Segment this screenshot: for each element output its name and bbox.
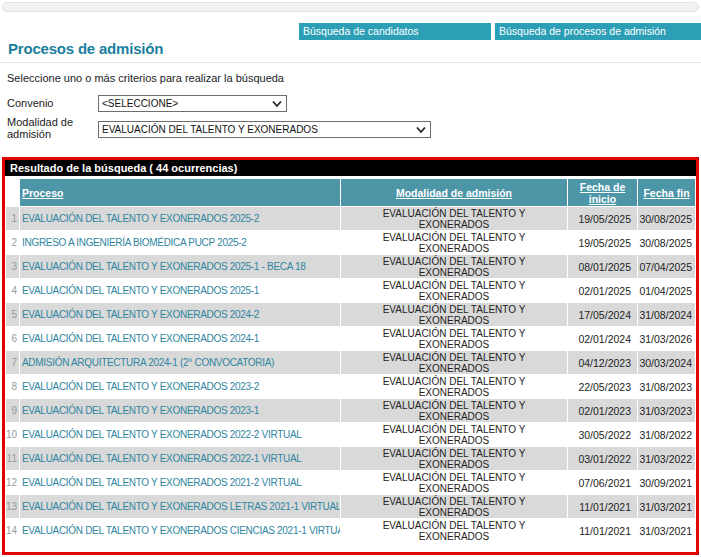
convenio-select[interactable]: <SELECCIONE> (98, 95, 287, 112)
modalidad-label: Modalidad de admisión (7, 116, 87, 140)
row-fecha-fin: 01/04/2025 (638, 279, 695, 302)
header-fecha-fin[interactable]: Fecha fin (638, 179, 695, 206)
row-fecha-inicio: 02/01/2023 (568, 399, 637, 422)
row-fecha-inicio: 11/01/2021 (568, 519, 637, 542)
row-fecha-inicio: 04/12/2023 (568, 351, 637, 374)
table-row: 5EVALUACIÓN DEL TALENTO Y EXONERADOS 202… (6, 303, 695, 326)
row-fecha-fin: 31/03/2021 (638, 519, 695, 542)
row-number: 1 (6, 207, 19, 230)
process-cell: EVALUACIÓN DEL TALENTO Y EXONERADOS 2025… (20, 279, 340, 302)
row-fecha-fin: 30/08/2025 (638, 231, 695, 254)
table-row: 11EVALUACIÓN DEL TALENTO Y EXONERADOS 20… (6, 447, 695, 470)
process-cell: INGRESO A INGENIERÍA BIOMÉDICA PUCP 2025… (20, 231, 340, 254)
convenio-selected-value: <SELECCIONE> (102, 96, 178, 111)
results-table: Proceso Modalidad de admisión Fecha de i… (5, 178, 696, 543)
process-link[interactable]: EVALUACIÓN DEL TALENTO Y EXONERADOS LETR… (22, 501, 340, 512)
table-row: 7ADMISIÓN ARQUITECTURA 2024-1 (2° CONVOC… (6, 351, 695, 374)
row-modalidad: EVALUACIÓN DEL TALENTO Y EXONERADOS (341, 471, 567, 494)
row-fecha-inicio: 19/05/2025 (568, 231, 637, 254)
row-number: 12 (6, 471, 19, 494)
row-modalidad: EVALUACIÓN DEL TALENTO Y EXONERADOS (341, 279, 567, 302)
table-row: 4EVALUACIÓN DEL TALENTO Y EXONERADOS 202… (6, 279, 695, 302)
row-number: 7 (6, 351, 19, 374)
process-link[interactable]: EVALUACIÓN DEL TALENTO Y EXONERADOS CIEN… (22, 525, 340, 536)
table-row: 13EVALUACIÓN DEL TALENTO Y EXONERADOS LE… (6, 495, 695, 518)
table-row: 14EVALUACIÓN DEL TALENTO Y EXONERADOS CI… (6, 519, 695, 542)
row-fecha-fin: 31/03/2021 (638, 495, 695, 518)
table-row: 3EVALUACIÓN DEL TALENTO Y EXONERADOS 202… (6, 255, 695, 278)
process-link[interactable]: EVALUACIÓN DEL TALENTO Y EXONERADOS 2024… (22, 309, 259, 320)
row-number: 13 (6, 495, 19, 518)
process-cell: EVALUACIÓN DEL TALENTO Y EXONERADOS 2023… (20, 375, 340, 398)
process-link[interactable]: EVALUACIÓN DEL TALENTO Y EXONERADOS 2025… (22, 285, 259, 296)
table-header-row: Proceso Modalidad de admisión Fecha de i… (6, 179, 695, 206)
process-cell: EVALUACIÓN DEL TALENTO Y EXONERADOS 2023… (20, 399, 340, 422)
row-fecha-fin: 31/03/2023 (638, 399, 695, 422)
modalidad-selected-value: EVALUACIÓN DEL TALENTO Y EXONERADOS (102, 122, 318, 137)
row-modalidad: EVALUACIÓN DEL TALENTO Y EXONERADOS (341, 495, 567, 518)
modalidad-select[interactable]: EVALUACIÓN DEL TALENTO Y EXONERADOS (98, 121, 431, 138)
process-link[interactable]: EVALUACIÓN DEL TALENTO Y EXONERADOS 2025… (22, 213, 259, 224)
table-row: 2INGRESO A INGENIERÍA BIOMÉDICA PUCP 202… (6, 231, 695, 254)
divider (0, 62, 701, 63)
row-fecha-inicio: 11/01/2021 (568, 495, 637, 518)
table-row: 6EVALUACIÓN DEL TALENTO Y EXONERADOS 202… (6, 327, 695, 350)
row-fecha-fin: 07/04/2025 (638, 255, 695, 278)
chevron-down-icon (416, 126, 426, 134)
header-modalidad[interactable]: Modalidad de admisión (341, 179, 567, 206)
row-number: 4 (6, 279, 19, 302)
row-modalidad: EVALUACIÓN DEL TALENTO Y EXONERADOS (341, 447, 567, 470)
row-modalidad: EVALUACIÓN DEL TALENTO Y EXONERADOS (341, 255, 567, 278)
process-link[interactable]: EVALUACIÓN DEL TALENTO Y EXONERADOS 2023… (22, 405, 259, 416)
row-fecha-fin: 30/09/2021 (638, 471, 695, 494)
process-cell: EVALUACIÓN DEL TALENTO Y EXONERADOS 2024… (20, 327, 340, 350)
process-cell: EVALUACIÓN DEL TALENTO Y EXONERADOS 2024… (20, 303, 340, 326)
row-fecha-fin: 31/08/2024 (638, 303, 695, 326)
row-number: 10 (6, 423, 19, 446)
process-link[interactable]: EVALUACIÓN DEL TALENTO Y EXONERADOS 2023… (22, 381, 259, 392)
tab-busqueda-candidatos[interactable]: Búsqueda de candidatos (299, 23, 491, 40)
row-modalidad: EVALUACIÓN DEL TALENTO Y EXONERADOS (341, 519, 567, 542)
row-number: 9 (6, 399, 19, 422)
process-cell: EVALUACIÓN DEL TALENTO Y EXONERADOS 2021… (20, 471, 340, 494)
table-row: 8EVALUACIÓN DEL TALENTO Y EXONERADOS 202… (6, 375, 695, 398)
results-title-bar: Resultado de la búsqueda ( 44 ocurrencia… (5, 160, 696, 176)
row-fecha-inicio: 07/06/2021 (568, 471, 637, 494)
row-fecha-inicio: 22/05/2023 (568, 375, 637, 398)
row-number: 8 (6, 375, 19, 398)
row-fecha-fin: 31/08/2022 (638, 423, 695, 446)
header-proceso[interactable]: Proceso (20, 179, 340, 206)
process-cell: EVALUACIÓN DEL TALENTO Y EXONERADOS 2025… (20, 207, 340, 230)
process-cell: ADMISIÓN ARQUITECTURA 2024-1 (2° CONVOCA… (20, 351, 340, 374)
process-link[interactable]: EVALUACIÓN DEL TALENTO Y EXONERADOS 2024… (22, 333, 259, 344)
tab-busqueda-procesos-admision[interactable]: Búsqueda de procesos de admisión (495, 23, 701, 40)
row-fecha-inicio: 02/01/2025 (568, 279, 637, 302)
row-fecha-inicio: 19/05/2025 (568, 207, 637, 230)
process-cell: EVALUACIÓN DEL TALENTO Y EXONERADOS 2022… (20, 447, 340, 470)
row-fecha-inicio: 03/01/2022 (568, 447, 637, 470)
row-fecha-fin: 30/08/2025 (638, 207, 695, 230)
row-number: 2 (6, 231, 19, 254)
process-link[interactable]: INGRESO A INGENIERÍA BIOMÉDICA PUCP 2025… (22, 237, 247, 248)
header-fecha-inicio[interactable]: Fecha de inicio (568, 179, 637, 206)
row-modalidad: EVALUACIÓN DEL TALENTO Y EXONERADOS (341, 423, 567, 446)
row-fecha-inicio: 02/01/2024 (568, 327, 637, 350)
process-link[interactable]: EVALUACIÓN DEL TALENTO Y EXONERADOS 2021… (22, 477, 302, 488)
row-fecha-fin: 31/03/2026 (638, 327, 695, 350)
process-link[interactable]: EVALUACIÓN DEL TALENTO Y EXONERADOS 2022… (22, 453, 302, 464)
row-fecha-inicio: 17/05/2024 (568, 303, 637, 326)
top-panel-edge (2, 2, 699, 12)
process-link[interactable]: ADMISIÓN ARQUITECTURA 2024-1 (2° CONVOCA… (22, 357, 274, 368)
row-number: 11 (6, 447, 19, 470)
table-row: 10EVALUACIÓN DEL TALENTO Y EXONERADOS 20… (6, 423, 695, 446)
results-panel: Resultado de la búsqueda ( 44 ocurrencia… (2, 157, 699, 555)
row-fecha-inicio: 30/05/2022 (568, 423, 637, 446)
row-number: 6 (6, 327, 19, 350)
table-row: 9EVALUACIÓN DEL TALENTO Y EXONERADOS 202… (6, 399, 695, 422)
row-number: 5 (6, 303, 19, 326)
row-fecha-inicio: 08/01/2025 (568, 255, 637, 278)
process-link[interactable]: EVALUACIÓN DEL TALENTO Y EXONERADOS 2025… (22, 261, 306, 272)
header-number-column (6, 179, 19, 206)
process-cell: EVALUACIÓN DEL TALENTO Y EXONERADOS CIEN… (20, 519, 340, 542)
process-link[interactable]: EVALUACIÓN DEL TALENTO Y EXONERADOS 2022… (22, 429, 302, 440)
